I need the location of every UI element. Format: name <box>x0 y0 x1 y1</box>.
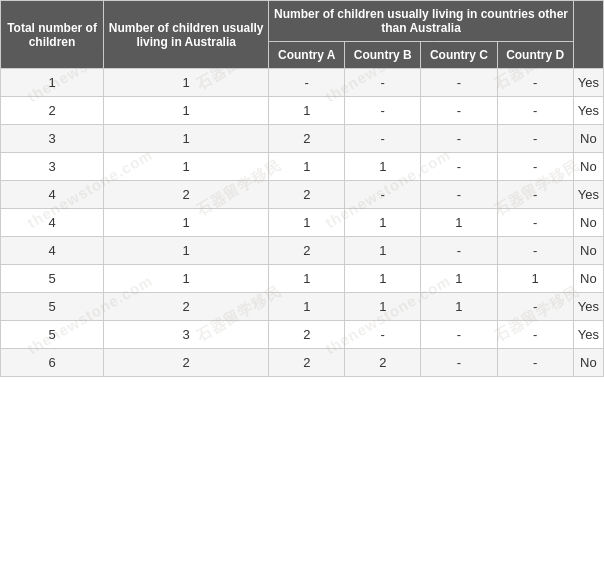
cell-meets: Yes <box>573 293 603 321</box>
cell-australia: 1 <box>104 209 269 237</box>
cell-meets: No <box>573 153 603 181</box>
cell-australia: 1 <box>104 97 269 125</box>
cell-country-c: 1 <box>421 293 497 321</box>
cell-total: 6 <box>1 349 104 377</box>
cell-country-b: 1 <box>345 265 421 293</box>
cell-country-a: - <box>269 69 345 97</box>
header-meets-test <box>573 1 603 69</box>
cell-australia: 2 <box>104 181 269 209</box>
cell-australia: 3 <box>104 321 269 349</box>
cell-country-b: 1 <box>345 237 421 265</box>
cell-total: 3 <box>1 153 104 181</box>
cell-country-a: 1 <box>269 209 345 237</box>
cell-country-c: - <box>421 69 497 97</box>
cell-country-b: - <box>345 97 421 125</box>
table-container: Total number of children Number of child… <box>0 0 604 377</box>
cell-country-a: 2 <box>269 349 345 377</box>
header-australia: Number of children usually living in Aus… <box>104 1 269 69</box>
cell-country-c: 1 <box>421 265 497 293</box>
cell-australia: 2 <box>104 349 269 377</box>
table-row: 312---No <box>1 125 604 153</box>
header-total-children: Total number of children <box>1 1 104 69</box>
cell-country-a: 1 <box>269 293 345 321</box>
cell-meets: No <box>573 125 603 153</box>
cell-country-b: - <box>345 125 421 153</box>
header-country-c: Country C <box>421 42 497 69</box>
cell-country-d: - <box>497 321 573 349</box>
cell-total: 5 <box>1 265 104 293</box>
cell-total: 1 <box>1 69 104 97</box>
cell-country-a: 1 <box>269 265 345 293</box>
cell-country-d: - <box>497 209 573 237</box>
cell-country-a: 2 <box>269 237 345 265</box>
cell-total: 5 <box>1 321 104 349</box>
cell-meets: Yes <box>573 97 603 125</box>
header-country-b: Country B <box>345 42 421 69</box>
cell-meets: No <box>573 237 603 265</box>
table-row: 52111-Yes <box>1 293 604 321</box>
cell-country-a: 2 <box>269 321 345 349</box>
cell-australia: 1 <box>104 153 269 181</box>
data-table: Total number of children Number of child… <box>0 0 604 377</box>
header-row-1: Total number of children Number of child… <box>1 1 604 42</box>
table-row: 4121--No <box>1 237 604 265</box>
cell-country-a: 1 <box>269 97 345 125</box>
cell-total: 5 <box>1 293 104 321</box>
cell-total: 2 <box>1 97 104 125</box>
table-row: 3111--No <box>1 153 604 181</box>
cell-meets: Yes <box>573 69 603 97</box>
cell-country-d: - <box>497 349 573 377</box>
cell-country-a: 1 <box>269 153 345 181</box>
cell-total: 3 <box>1 125 104 153</box>
cell-total: 4 <box>1 209 104 237</box>
cell-country-a: 2 <box>269 181 345 209</box>
cell-country-c: - <box>421 349 497 377</box>
cell-country-b: 1 <box>345 293 421 321</box>
cell-country-d: 1 <box>497 265 573 293</box>
cell-australia: 1 <box>104 237 269 265</box>
table-row: 532---Yes <box>1 321 604 349</box>
cell-total: 4 <box>1 181 104 209</box>
table-row: 41111-No <box>1 209 604 237</box>
cell-australia: 2 <box>104 293 269 321</box>
cell-country-c: - <box>421 97 497 125</box>
cell-country-d: - <box>497 153 573 181</box>
cell-country-b: 1 <box>345 209 421 237</box>
table-row: 422---Yes <box>1 181 604 209</box>
cell-australia: 1 <box>104 265 269 293</box>
cell-country-b: - <box>345 321 421 349</box>
cell-country-b: - <box>345 181 421 209</box>
cell-country-c: 1 <box>421 209 497 237</box>
cell-country-c: - <box>421 321 497 349</box>
cell-meets: No <box>573 349 603 377</box>
cell-country-b: 2 <box>345 349 421 377</box>
cell-country-d: - <box>497 181 573 209</box>
cell-country-c: - <box>421 237 497 265</box>
cell-country-c: - <box>421 125 497 153</box>
cell-australia: 1 <box>104 125 269 153</box>
cell-meets: No <box>573 209 603 237</box>
cell-country-c: - <box>421 153 497 181</box>
cell-country-d: - <box>497 293 573 321</box>
cell-meets: Yes <box>573 321 603 349</box>
cell-country-b: - <box>345 69 421 97</box>
cell-meets: No <box>573 265 603 293</box>
table-row: 511111No <box>1 265 604 293</box>
cell-australia: 1 <box>104 69 269 97</box>
cell-total: 4 <box>1 237 104 265</box>
cell-country-a: 2 <box>269 125 345 153</box>
cell-country-d: - <box>497 97 573 125</box>
header-country-a: Country A <box>269 42 345 69</box>
cell-country-d: - <box>497 237 573 265</box>
cell-country-d: - <box>497 69 573 97</box>
cell-country-b: 1 <box>345 153 421 181</box>
table-row: 6222--No <box>1 349 604 377</box>
header-country-d: Country D <box>497 42 573 69</box>
cell-country-d: - <box>497 125 573 153</box>
table-row: 211---Yes <box>1 97 604 125</box>
cell-meets: Yes <box>573 181 603 209</box>
header-other-countries: Number of children usually living in cou… <box>269 1 573 42</box>
cell-country-c: - <box>421 181 497 209</box>
table-row: 11----Yes <box>1 69 604 97</box>
